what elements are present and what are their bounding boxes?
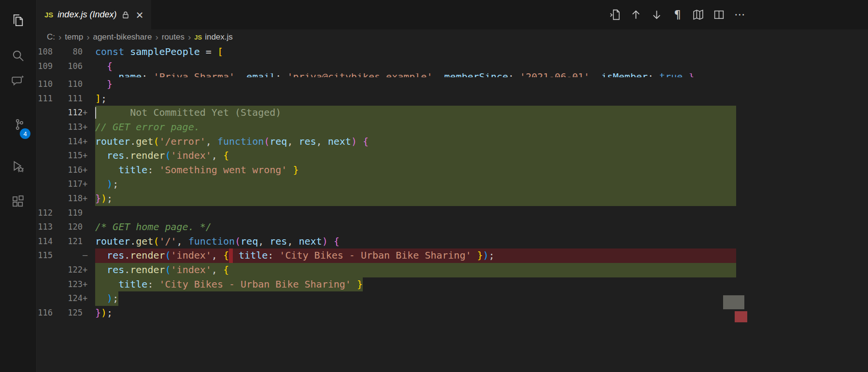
token: ) (107, 178, 113, 190)
token: : (268, 249, 279, 261)
code-line[interactable]: 113120/* GET home page. */ (36, 220, 736, 234)
js-file-icon: JS (194, 34, 202, 41)
token: : (147, 278, 159, 290)
line-number-suffix: + (83, 120, 88, 135)
more-actions-icon[interactable]: ⋯ (731, 6, 749, 24)
code-content: { (95, 59, 736, 74)
token: 'Something went wrong' (159, 164, 287, 176)
code-line[interactable]: 116+ title: 'Something went wrong' } (36, 163, 736, 178)
code-line[interactable]: 109106 { (36, 59, 736, 74)
tab-indexjs[interactable]: JS index.js (Index) × (37, 0, 151, 29)
old-line-number (36, 291, 53, 306)
breadcrumb-item-c[interactable]: C: (47, 32, 55, 42)
token (471, 249, 477, 261)
previous-change-icon[interactable] (627, 6, 645, 24)
code-content: title: 'City Bikes - Urban Bike Sharing'… (95, 277, 736, 292)
token: } (477, 249, 483, 261)
code-line[interactable]: 115+ res.render('index', { (36, 149, 736, 163)
code-line[interactable]: 123+ title: 'City Bikes - Urban Bike Sha… (36, 277, 736, 292)
old-line-number (36, 73, 53, 77)
old-line-number: 111 (36, 92, 53, 106)
code-content: title: 'Something went wrong' } (95, 163, 736, 178)
old-line-number (36, 163, 53, 178)
diff-gutter: 112+ (36, 106, 88, 120)
split-editor-icon[interactable] (710, 6, 728, 24)
new-line-number: 112 (53, 106, 83, 120)
code-line[interactable]: 115– res.render('index', { title: 'City … (36, 248, 736, 263)
chat-icon[interactable] (6, 69, 29, 93)
minimap-diff-block[interactable] (735, 311, 747, 322)
code-text: res.render('index', { (95, 149, 229, 163)
code-line[interactable]: 122+ res.render('index', { (36, 263, 736, 277)
diff-gutter: 111111 (36, 92, 88, 106)
token: /* GET home page. */ (95, 221, 212, 233)
line-number-suffix: + (83, 263, 88, 277)
old-line-number: 109 (36, 59, 53, 74)
token: { (223, 150, 229, 161)
code-line[interactable]: 114+router.get('/error', function(req, r… (36, 135, 736, 149)
code-line[interactable]: 110110 } (36, 77, 736, 92)
token: , (212, 264, 223, 276)
token: ( (165, 249, 171, 261)
token: , (287, 136, 299, 147)
code-line[interactable]: 117+ ); (36, 177, 736, 192)
explorer-icon[interactable] (6, 9, 29, 32)
next-change-icon[interactable] (648, 6, 666, 24)
code-text: res.render('index', { (95, 263, 229, 277)
code-line[interactable]: 112119 (36, 206, 736, 220)
old-line-number (36, 263, 53, 277)
token: } (95, 307, 101, 318)
token: { (223, 264, 229, 276)
extensions-icon[interactable] (6, 190, 29, 213)
code-text: // GET error page. (95, 120, 200, 135)
code-line[interactable]: 124+ ); (36, 291, 736, 306)
token: . (124, 249, 130, 261)
run-and-debug-icon[interactable] (6, 155, 29, 178)
old-line-number (36, 120, 53, 135)
new-line-number: 106 (53, 59, 83, 74)
code-line-clipped[interactable]: name: 'Priya Sharma', email: 'priya@city… (36, 73, 736, 77)
diff-gutter: 112119 (36, 206, 88, 220)
close-icon[interactable]: × (135, 9, 144, 21)
open-file-icon[interactable] (606, 6, 624, 24)
new-line-number: 110 (53, 77, 83, 92)
token: { (363, 136, 369, 147)
code-line[interactable]: 111111]; (36, 92, 736, 106)
diff-gutter: 113+ (36, 120, 88, 135)
map-icon[interactable] (689, 6, 707, 24)
search-icon[interactable] (6, 44, 29, 67)
code-line[interactable]: 113+// GET error page. (36, 120, 736, 135)
breadcrumb-item-temp[interactable]: temp (65, 32, 83, 42)
diff-gutter: 115+ (36, 149, 88, 163)
token: ; (489, 249, 495, 261)
code-text: ); (95, 291, 118, 306)
token: 'index' (171, 249, 212, 261)
code-line[interactable]: 112+ Not Committed Yet (Staged) (36, 106, 736, 120)
diff-gutter: 110110 (36, 77, 88, 92)
activity-bar: 4 (0, 0, 37, 372)
new-line-number: 115 (53, 149, 83, 163)
source-control-icon[interactable]: 4 (6, 113, 29, 136)
line-number-suffix: + (83, 291, 88, 306)
token (95, 73, 118, 77)
token: . (130, 136, 136, 147)
code-content: // GET error page. (95, 120, 736, 135)
code-line[interactable]: 118+}); (36, 192, 736, 206)
code-content: /* GET home page. */ (95, 220, 736, 234)
breadcrumb-item-agent-bikeshare[interactable]: agent-bikeshare (93, 32, 152, 42)
whitespace-toggle-icon[interactable]: ¶ (669, 6, 686, 24)
code-line[interactable]: 10880const samplePeople = [ (36, 45, 736, 59)
token: title (239, 249, 268, 261)
diff-gutter: 114121 (36, 234, 88, 249)
lock-icon (121, 10, 130, 20)
token: 'City Bikes - Urban Bike Sharing' (279, 249, 471, 261)
breadcrumb-item-index-js[interactable]: index.js (205, 32, 233, 42)
code-line[interactable]: 114121router.get('/', function(req, res,… (36, 234, 736, 249)
code-text: const samplePeople = [ (95, 45, 223, 59)
breadcrumb-item-routes[interactable]: routes (162, 32, 185, 42)
code-text: res.render('index', { title: 'City Bikes… (95, 248, 495, 263)
text-cursor (95, 107, 96, 119)
code-line[interactable]: 116125}); (36, 306, 736, 320)
token: memberSince (444, 73, 508, 77)
token: : (275, 73, 287, 77)
